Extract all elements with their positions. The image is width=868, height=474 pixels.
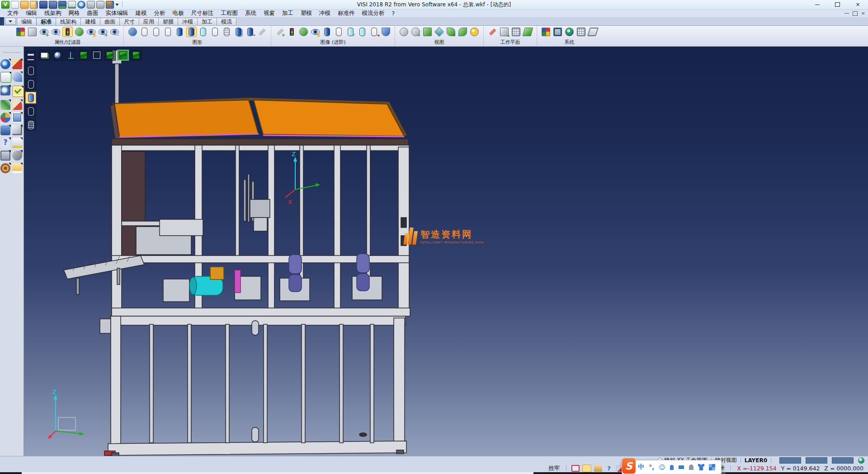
- maximize-button[interactable]: [827, 0, 848, 9]
- workplane-toggle-icon[interactable]: [38, 50, 50, 61]
- selection-frame-icon[interactable]: [0, 72, 11, 83]
- menu-standard-parts[interactable]: 标准件: [334, 9, 359, 17]
- view-isometric-left-icon[interactable]: [104, 50, 116, 61]
- view-zoom-icon[interactable]: [0, 59, 10, 69]
- view-isometric-right-icon[interactable]: [130, 50, 142, 61]
- hatched-mode-icon[interactable]: [25, 119, 36, 131]
- selection-filter-icon[interactable]: [62, 27, 73, 37]
- ime-punctuation-button[interactable]: °,: [649, 464, 654, 471]
- ime-account-icon[interactable]: [689, 465, 693, 470]
- solid-white-cylinder-icon[interactable]: [334, 27, 344, 37]
- menu-mesh[interactable]: 网格: [65, 9, 84, 17]
- ime-mode-button[interactable]: 中: [638, 463, 644, 471]
- menu-wireframe[interactable]: 线架构: [41, 9, 65, 17]
- regen-refresh-icon[interactable]: [0, 125, 10, 135]
- menu-drawing[interactable]: 工程图: [217, 9, 242, 17]
- help-question-icon[interactable]: ?: [0, 138, 10, 148]
- attach-solid-icon[interactable]: ◂: [369, 27, 379, 37]
- lock-toggle[interactable]: 拴牢: [546, 465, 562, 472]
- color-properties-icon[interactable]: [15, 27, 26, 37]
- advanced-filter-icon[interactable]: +: [275, 27, 285, 37]
- workplane-align-icon[interactable]: ▴: [499, 27, 509, 37]
- tab-modeling[interactable]: 建模: [80, 18, 100, 25]
- print-icon[interactable]: [68, 1, 76, 9]
- copy-attributes-icon[interactable]: [27, 27, 38, 37]
- tab-dropdown-button[interactable]: [5, 18, 16, 25]
- toolbar-grip[interactable]: [3, 52, 20, 56]
- save-as-icon[interactable]: [49, 1, 57, 9]
- tab-die[interactable]: 冲模: [178, 18, 198, 25]
- show-all-icon[interactable]: +: [98, 27, 108, 37]
- shaded-edges-display-icon[interactable]: [186, 27, 197, 37]
- wireframe-mode-icon[interactable]: [25, 65, 36, 76]
- menu-flow-analysis[interactable]: 模流分析: [359, 9, 388, 17]
- ghost-display-icon[interactable]: [210, 27, 220, 37]
- save-merge-icon[interactable]: [58, 1, 66, 9]
- menu-die[interactable]: 冲模: [316, 9, 334, 17]
- advanced-refresh-icon[interactable]: [298, 27, 309, 37]
- sketch-curve-icon[interactable]: [12, 100, 22, 110]
- help-status-icon[interactable]: ?: [605, 465, 613, 472]
- hidden-line-display-icon[interactable]: [151, 27, 161, 37]
- redo-icon[interactable]: [96, 1, 104, 9]
- menu-electrode[interactable]: 电极: [169, 9, 188, 17]
- dynamic-view-icon[interactable]: [458, 27, 468, 37]
- ime-skin-icon[interactable]: [698, 464, 704, 470]
- menu-file[interactable]: 文件: [4, 9, 22, 17]
- tab-wireframe[interactable]: 线架构: [56, 18, 81, 25]
- annotate-view-icon[interactable]: [446, 27, 456, 37]
- refresh-visibility-icon[interactable]: [74, 27, 85, 37]
- magic-wand-status-icon[interactable]: [582, 465, 591, 472]
- view-wireframe-cube-icon[interactable]: [91, 50, 103, 61]
- tab-edit[interactable]: 编辑: [17, 18, 37, 25]
- hatched-display-icon[interactable]: [222, 27, 232, 37]
- taskbar-window-strip[interactable]: [22, 472, 533, 474]
- open-file-icon[interactable]: [20, 1, 28, 9]
- axis-display-icon[interactable]: [65, 50, 76, 61]
- history-icon[interactable]: [106, 1, 114, 9]
- advanced-toggle-visibility-icon[interactable]: ±: [310, 27, 321, 37]
- view-isometric-active-icon[interactable]: [117, 50, 129, 61]
- open-recent-icon[interactable]: [30, 1, 38, 9]
- undo-icon[interactable]: [87, 1, 95, 9]
- hide-all-icon[interactable]: −: [109, 27, 120, 37]
- menu-machining[interactable]: 加工: [278, 9, 297, 17]
- smiley-icon[interactable]: [469, 27, 480, 37]
- layer-palette-icon[interactable]: [0, 113, 10, 123]
- menu-mould[interactable]: 塑模: [297, 9, 316, 17]
- workplane-set-icon[interactable]: [487, 27, 498, 37]
- dashed-hidden-display-icon[interactable]: [163, 27, 173, 37]
- shaded-mode-icon[interactable]: [25, 92, 36, 104]
- snap-grid-icon[interactable]: [576, 27, 586, 37]
- toggle-visibility-icon[interactable]: ±: [86, 27, 96, 37]
- export-image-icon[interactable]: →: [245, 27, 255, 37]
- menu-solid-edit[interactable]: 实体编辑: [102, 9, 132, 17]
- verify-solid-icon[interactable]: ✓: [345, 27, 356, 37]
- transparent-display-icon[interactable]: [198, 27, 208, 37]
- display-settings-icon[interactable]: [257, 27, 267, 37]
- ghost-mode-icon[interactable]: [25, 105, 36, 117]
- zoom-verify-icon[interactable]: [0, 85, 10, 95]
- ime-toolbox-icon[interactable]: [709, 464, 715, 470]
- multi-body-display-icon[interactable]: [233, 27, 244, 37]
- menu-dimension[interactable]: 尺寸标注: [188, 9, 217, 17]
- tab-mould[interactable]: 塑膜: [158, 18, 178, 25]
- clip-solid-icon[interactable]: [357, 27, 368, 37]
- navigation-wheel-icon[interactable]: [0, 163, 10, 173]
- undo-back-icon[interactable]: [12, 151, 22, 161]
- menu-edit[interactable]: 编辑: [22, 9, 41, 17]
- minimize-button[interactable]: [807, 0, 827, 9]
- menu-help[interactable]: ?: [388, 10, 399, 17]
- layer-indicator[interactable]: LAYER0: [745, 457, 767, 464]
- section-plane-icon[interactable]: [588, 27, 598, 37]
- confirm-check-icon[interactable]: [12, 85, 24, 97]
- ime-microphone-icon[interactable]: [670, 465, 674, 470]
- paste-folder-icon[interactable]: [12, 163, 22, 173]
- advanced-traffic-light-icon[interactable]: [287, 27, 297, 37]
- close-button[interactable]: ×: [848, 0, 868, 9]
- move-axes-icon[interactable]: [0, 100, 10, 110]
- toolbar-menu-icon[interactable]: [25, 51, 36, 63]
- view-plane-icon[interactable]: [422, 27, 433, 37]
- menu-modeling[interactable]: 建模: [132, 9, 151, 17]
- regen-graphics-icon[interactable]: [127, 27, 138, 37]
